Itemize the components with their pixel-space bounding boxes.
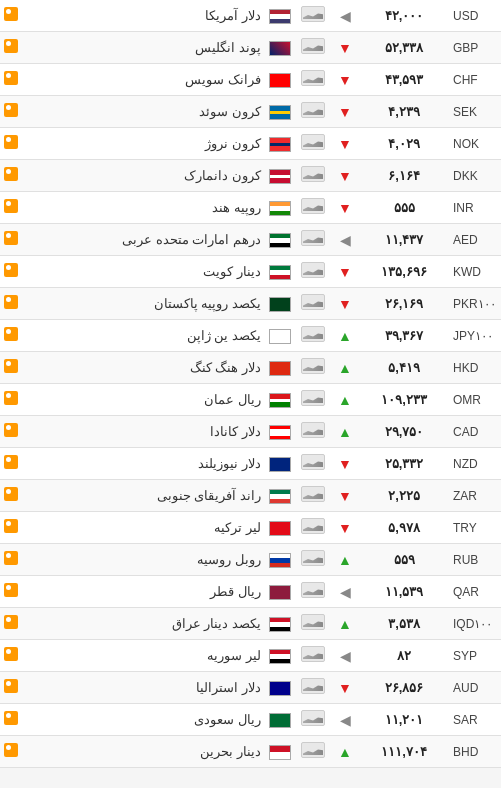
rss-icon[interactable]	[4, 519, 18, 533]
rss-cell[interactable]	[0, 32, 22, 64]
chart-icon[interactable]	[301, 102, 325, 118]
rss-cell[interactable]	[0, 256, 22, 288]
chart-icon[interactable]	[301, 6, 325, 22]
chart-icon-cell[interactable]	[295, 320, 331, 352]
chart-icon-cell[interactable]	[295, 640, 331, 672]
chart-icon-cell[interactable]	[295, 512, 331, 544]
rss-cell[interactable]	[0, 608, 22, 640]
rss-icon[interactable]	[4, 679, 18, 693]
rss-cell[interactable]	[0, 64, 22, 96]
rss-icon[interactable]	[4, 615, 18, 629]
chart-icon-cell[interactable]	[295, 576, 331, 608]
rss-icon[interactable]	[4, 39, 18, 53]
rss-icon[interactable]	[4, 711, 18, 725]
rss-icon[interactable]	[4, 103, 18, 117]
rss-cell[interactable]	[0, 736, 22, 768]
rss-icon[interactable]	[4, 743, 18, 757]
chart-icon[interactable]	[301, 390, 325, 406]
rss-icon[interactable]	[4, 295, 18, 309]
rss-cell[interactable]	[0, 480, 22, 512]
chart-icon[interactable]	[301, 614, 325, 630]
currency-code: QAR	[449, 576, 501, 608]
chart-icon-cell[interactable]	[295, 480, 331, 512]
chart-icon[interactable]	[301, 422, 325, 438]
chart-icon-cell[interactable]	[295, 224, 331, 256]
rss-cell[interactable]	[0, 512, 22, 544]
chart-icon[interactable]	[301, 710, 325, 726]
chart-icon-cell[interactable]	[295, 64, 331, 96]
rss-icon[interactable]	[4, 167, 18, 181]
chart-icon-cell[interactable]	[295, 736, 331, 768]
chart-icon[interactable]	[301, 230, 325, 246]
trend-arrow: ▼	[331, 192, 359, 224]
rss-icon[interactable]	[4, 263, 18, 277]
chart-icon[interactable]	[301, 198, 325, 214]
rss-icon[interactable]	[4, 583, 18, 597]
chart-icon-cell[interactable]	[295, 704, 331, 736]
chart-icon-cell[interactable]	[295, 608, 331, 640]
chart-icon-cell[interactable]	[295, 416, 331, 448]
table-row: SEK ۴,۲۳۹ ▼ کرون سوئد	[0, 96, 501, 128]
rss-icon[interactable]	[4, 551, 18, 565]
rss-icon[interactable]	[4, 391, 18, 405]
rss-icon[interactable]	[4, 7, 18, 21]
chart-icon-cell[interactable]	[295, 448, 331, 480]
chart-icon[interactable]	[301, 166, 325, 182]
chart-icon[interactable]	[301, 518, 325, 534]
chart-icon[interactable]	[301, 38, 325, 54]
rss-icon[interactable]	[4, 199, 18, 213]
rss-icon[interactable]	[4, 135, 18, 149]
rss-cell[interactable]	[0, 192, 22, 224]
rss-cell[interactable]	[0, 384, 22, 416]
chart-icon[interactable]	[301, 454, 325, 470]
rss-cell[interactable]	[0, 96, 22, 128]
rss-icon[interactable]	[4, 231, 18, 245]
chart-icon-cell[interactable]	[295, 352, 331, 384]
rss-cell[interactable]	[0, 128, 22, 160]
chart-icon[interactable]	[301, 358, 325, 374]
chart-icon-cell[interactable]	[295, 544, 331, 576]
rss-cell[interactable]	[0, 352, 22, 384]
rss-cell[interactable]	[0, 544, 22, 576]
rss-cell[interactable]	[0, 640, 22, 672]
rss-cell[interactable]	[0, 576, 22, 608]
rss-icon[interactable]	[4, 647, 18, 661]
chart-icon-cell[interactable]	[295, 288, 331, 320]
chart-icon[interactable]	[301, 262, 325, 278]
rss-cell[interactable]	[0, 0, 22, 32]
chart-icon-cell[interactable]	[295, 160, 331, 192]
rss-cell[interactable]	[0, 448, 22, 480]
chart-icon[interactable]	[301, 70, 325, 86]
chart-icon-cell[interactable]	[295, 256, 331, 288]
rss-icon[interactable]	[4, 455, 18, 469]
rss-icon[interactable]	[4, 327, 18, 341]
chart-icon-cell[interactable]	[295, 192, 331, 224]
rss-cell[interactable]	[0, 672, 22, 704]
chart-icon[interactable]	[301, 678, 325, 694]
chart-icon-cell[interactable]	[295, 0, 331, 32]
chart-icon[interactable]	[301, 646, 325, 662]
rss-cell[interactable]	[0, 320, 22, 352]
chart-icon-cell[interactable]	[295, 128, 331, 160]
chart-icon-cell[interactable]	[295, 672, 331, 704]
chart-icon-cell[interactable]	[295, 384, 331, 416]
table-row: PKR۱۰۰ ۲۶,۱۶۹ ▼ یکصد روپیه پاکستان	[0, 288, 501, 320]
chart-icon[interactable]	[301, 134, 325, 150]
rss-cell[interactable]	[0, 160, 22, 192]
chart-icon[interactable]	[301, 294, 325, 310]
rss-icon[interactable]	[4, 423, 18, 437]
chart-icon[interactable]	[301, 582, 325, 598]
chart-icon[interactable]	[301, 742, 325, 758]
chart-icon-cell[interactable]	[295, 32, 331, 64]
rss-icon[interactable]	[4, 359, 18, 373]
chart-icon[interactable]	[301, 326, 325, 342]
rss-cell[interactable]	[0, 288, 22, 320]
rss-cell[interactable]	[0, 224, 22, 256]
chart-icon[interactable]	[301, 550, 325, 566]
chart-icon[interactable]	[301, 486, 325, 502]
rss-icon[interactable]	[4, 487, 18, 501]
rss-cell[interactable]	[0, 416, 22, 448]
rss-icon[interactable]	[4, 71, 18, 85]
rss-cell[interactable]	[0, 704, 22, 736]
chart-icon-cell[interactable]	[295, 96, 331, 128]
